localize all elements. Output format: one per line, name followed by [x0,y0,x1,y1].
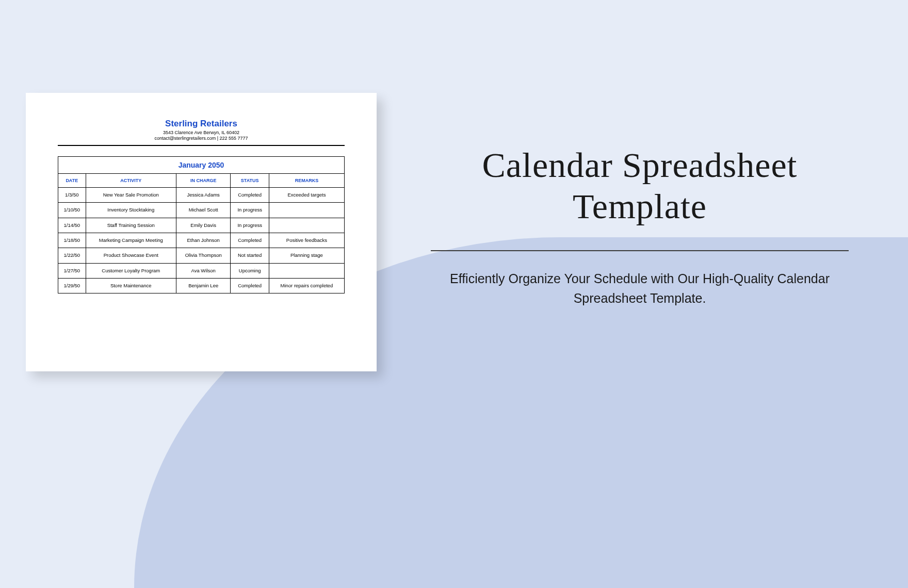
cell-in-charge: Ethan Johnson [176,233,231,248]
cell-remarks: Exceeded targets [269,188,344,203]
cell-activity: Customer Loyalty Program [86,263,176,278]
cell-remarks: Minor repairs completed [269,279,344,293]
promo-panel: Calendar Spreadsheet Template Efficientl… [408,144,872,308]
cell-date: 1/27/50 [58,263,86,278]
cell-status: In progress [231,218,269,233]
cell-status: Not started [231,248,269,263]
cell-remarks: Planning stage [269,248,344,263]
cell-date: 1/3/50 [58,188,86,203]
col-header-activity: ACTIVITY [86,174,176,188]
cell-in-charge: Michael Scott [176,203,231,218]
cell-date: 1/10/50 [58,203,86,218]
title-divider [431,250,849,251]
cell-status: In progress [231,203,269,218]
document-preview-card: Sterling Retailers 3543 Clarence Ave Ber… [26,93,377,371]
cell-remarks [269,218,344,233]
table-row: 1/18/50 Marketing Campaign Meeting Ethan… [58,233,345,248]
title-line-2: Template [573,187,707,226]
title-line-1: Calendar Spreadsheet [482,145,798,185]
cell-status: Upcoming [231,263,269,278]
cell-date: 1/14/50 [58,218,86,233]
table-row: 1/10/50 Inventory Stocktaking Michael Sc… [58,203,345,218]
cell-activity: Staff Training Session [86,218,176,233]
month-title: January 2050 [58,157,345,174]
cell-remarks: Positive feedbacks [269,233,344,248]
company-contact: contact@sterlingretailers.com | 222 555 … [41,136,361,141]
col-header-in-charge: IN CHARGE [176,174,231,188]
cell-status: Completed [231,188,269,203]
cell-activity: Inventory Stocktaking [86,203,176,218]
cell-in-charge: Ava Wilson [176,263,231,278]
cell-date: 1/18/50 [58,233,86,248]
promo-description: Efficiently Organize Your Schedule with … [408,269,872,308]
cell-in-charge: Jessica Adams [176,188,231,203]
cell-status: Completed [231,233,269,248]
cell-activity: Product Showcase Event [86,248,176,263]
table-row: 1/29/50 Store Maintenance Benjamin Lee C… [58,279,345,293]
header-divider [58,145,345,146]
calendar-table: January 2050 DATE ACTIVITY IN CHARGE STA… [58,156,345,293]
company-name: Sterling Retailers [41,119,361,129]
cell-status: Completed [231,279,269,293]
table-row: 1/14/50 Staff Training Session Emily Dav… [58,218,345,233]
col-header-date: DATE [58,174,86,188]
col-header-remarks: REMARKS [269,174,344,188]
table-row: 1/3/50 New Year Sale Promotion Jessica A… [58,188,345,203]
cell-in-charge: Olivia Thompson [176,248,231,263]
cell-activity: Store Maintenance [86,279,176,293]
table-body: 1/3/50 New Year Sale Promotion Jessica A… [58,188,345,293]
cell-in-charge: Benjamin Lee [176,279,231,293]
company-address: 3543 Clarence Ave Berwyn, IL 60402 [41,130,361,135]
cell-date: 1/22/50 [58,248,86,263]
cell-activity: Marketing Campaign Meeting [86,233,176,248]
table-row: 1/22/50 Product Showcase Event Olivia Th… [58,248,345,263]
col-header-status: STATUS [231,174,269,188]
cell-remarks [269,203,344,218]
cell-in-charge: Emily Davis [176,218,231,233]
table-row: 1/27/50 Customer Loyalty Program Ava Wil… [58,263,345,278]
cell-remarks [269,263,344,278]
cell-activity: New Year Sale Promotion [86,188,176,203]
cell-date: 1/29/50 [58,279,86,293]
page-title: Calendar Spreadsheet Template [408,144,872,227]
